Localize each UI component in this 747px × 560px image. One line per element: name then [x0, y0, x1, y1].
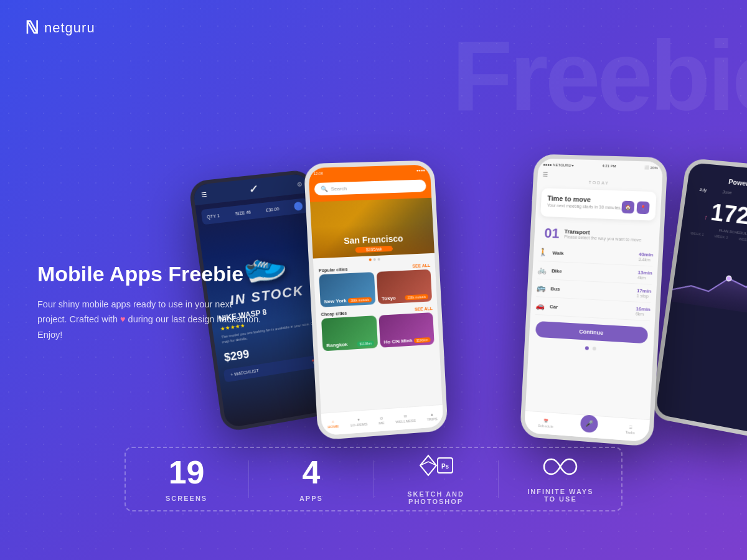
walk-label: Walk — [552, 250, 639, 259]
bike-distance: 4km — [637, 275, 652, 280]
walk-distance: 3.4km — [638, 257, 653, 262]
stat-sketch-ps-label: SKETCH ANDPHOTOSHOP — [407, 490, 464, 505]
nike-color-dot — [294, 202, 303, 211]
phone-power-screen: ⬜ Power ▾ July June May April ↑ 172 kWh … — [655, 162, 747, 434]
travel-time: 12:00 — [314, 172, 324, 176]
nike-search-icon: ⊙ — [296, 180, 302, 188]
travel-hero: San Francisco $395/wk — [310, 198, 435, 259]
power-chart: 87.24 — [669, 241, 747, 329]
power-trend-icon: ↑ — [704, 214, 708, 221]
logo-icon: ℕ — [25, 17, 38, 38]
transport-items-list: 🚶 Walk 40min 3.4km 🚲 Bike 13min 4km — [530, 241, 659, 324]
travel-signal: ●●●● — [416, 169, 425, 172]
bus-stops: 1 stop — [636, 294, 651, 299]
tasks-card-icons: 🏠 📍 — [621, 201, 649, 215]
tasks-time: 4:21 PM — [602, 164, 616, 168]
car-icon: 🚗 — [535, 301, 545, 310]
hero-content: Mobile Apps Freebie Four shiny mobile ap… — [37, 261, 261, 343]
bike-icon: 🚲 — [537, 266, 547, 275]
travel-popular-label: Popular cities — [319, 267, 348, 273]
travel-search-icon: 🔍 — [321, 185, 328, 192]
nike-hamburger-icon: ☰ — [201, 190, 208, 198]
stat-screens-number: 19 — [169, 456, 205, 488]
stat-apps-number: 4 — [302, 456, 320, 488]
bike-label: Bike — [552, 268, 638, 278]
travel-dot-2 — [374, 258, 376, 261]
travel-cheap-cities: Bangkok $118/km Ho Chi Minh City $196/km — [316, 312, 439, 354]
nike-watchlist-label: + WATCHLIST — [230, 368, 260, 377]
nike-size: SIZE 46 — [235, 210, 251, 216]
power-title: Power — [728, 178, 747, 187]
header: ℕ netguru — [25, 17, 95, 38]
stats-container: 19 SCREENS 4 APPS Ps — [125, 434, 622, 524]
city-label-tokyo: Tokyo — [382, 295, 396, 301]
travel-dot-1 — [369, 258, 372, 261]
svg-text:Ps: Ps — [441, 463, 449, 470]
tasks-meeting-card: Time to move Your next meeting starts in… — [540, 188, 657, 221]
power-week-3: WEEK 3 — [738, 237, 747, 243]
bus-label: Bus — [550, 286, 637, 296]
city-card-tokyo[interactable]: Tokyo 236k mutuals — [377, 269, 432, 304]
travel-search-bar[interactable]: 🔍 Search — [314, 179, 426, 195]
continue-button[interactable]: Continue — [535, 321, 648, 343]
bus-icon: 🚌 — [537, 283, 546, 292]
power-week-2: WEEK 2 — [714, 234, 728, 240]
car-label: Car — [550, 304, 636, 314]
power-chart-svg — [671, 241, 747, 317]
power-week-1: WEEK 1 — [690, 231, 704, 236]
city-card-bangkok[interactable]: Bangkok $118/km — [321, 315, 378, 351]
tasks-icon-btn-1[interactable]: 🏠 — [621, 201, 634, 214]
hero-title: Mobile Apps Freebie — [37, 261, 261, 287]
travel-cheap-see-all[interactable]: SEE ALL — [415, 306, 433, 312]
city-badge-hochiminh: $196/km — [414, 337, 431, 343]
heart-icon: ♥ — [120, 314, 126, 324]
power-month-july[interactable]: July — [699, 187, 707, 192]
sketch-ps-svg: Ps — [417, 453, 454, 480]
svg-marker-3 — [420, 455, 436, 475]
nike-logo: ✓ — [248, 183, 257, 195]
pagination-dot-1 — [585, 346, 588, 350]
car-distance: 6km — [636, 312, 651, 317]
stat-infinite-label: INFINITE WAYSTO USE — [527, 488, 593, 503]
logo-text: netguru — [44, 20, 95, 36]
phones-container: ☰ ✓ ⊙ QTY 1 SIZE 46 £30.00 IN STOCK 👟 NI… — [187, 37, 747, 460]
svg-point-0 — [726, 276, 731, 281]
nike-price: $299 — [223, 347, 250, 364]
travel-cheap-label: Cheap cities — [321, 311, 347, 317]
stat-apps: 4 APPS — [249, 437, 373, 521]
tasks-network: ●●●● NETGURU ▾ — [543, 162, 574, 167]
tasks-battery: ⬜ 20% — [645, 165, 658, 170]
city-label-new-york: New York — [324, 298, 347, 305]
stat-sketch-ps: Ps SKETCH ANDPHOTOSHOP — [374, 434, 498, 524]
travel-dot-3 — [378, 258, 380, 261]
city-card-new-york[interactable]: New York 386k mutuals — [319, 272, 375, 307]
bottom-stats-section: 19 SCREENS 4 APPS Ps — [0, 398, 747, 560]
sketch-ps-icon: Ps — [417, 453, 454, 484]
stat-apps-label: APPS — [299, 495, 323, 502]
stat-screens: 19 SCREENS — [125, 437, 248, 521]
infinity-icon — [543, 455, 578, 482]
infinity-svg — [543, 455, 578, 478]
city-card-hochiminh[interactable]: Ho Chi Minh City $196/km — [378, 312, 434, 348]
hero-description: Four shiny mobile apps ready to use in y… — [37, 297, 261, 343]
tasks-icon-btn-2[interactable]: 📍 — [636, 201, 649, 214]
nike-price-small: £30.00 — [266, 207, 280, 212]
power-value: 172 — [709, 199, 747, 229]
tasks-card-subtitle: Your next meeting starts in 30 minutes. — [547, 203, 622, 210]
stat-screens-label: SCREENS — [166, 495, 207, 502]
walk-icon: 🚶 — [538, 248, 548, 257]
nike-qty: QTY 1 — [207, 213, 220, 219]
pagination-dot-2 — [592, 347, 596, 350]
transport-number: 01 — [539, 222, 565, 242]
travel-popular-see-all[interactable]: SEE ALL — [412, 263, 430, 268]
power-month-june[interactable]: June — [722, 190, 732, 195]
city-badge-bangkok: $118/km — [357, 340, 374, 347]
stat-infinite: INFINITE WAYSTO USE — [499, 437, 622, 521]
travel-search-placeholder: Search — [331, 185, 347, 192]
phone-travel-screen: 12:00 ●●●● 🔍 Search San Francisco $395/w… — [308, 164, 443, 436]
